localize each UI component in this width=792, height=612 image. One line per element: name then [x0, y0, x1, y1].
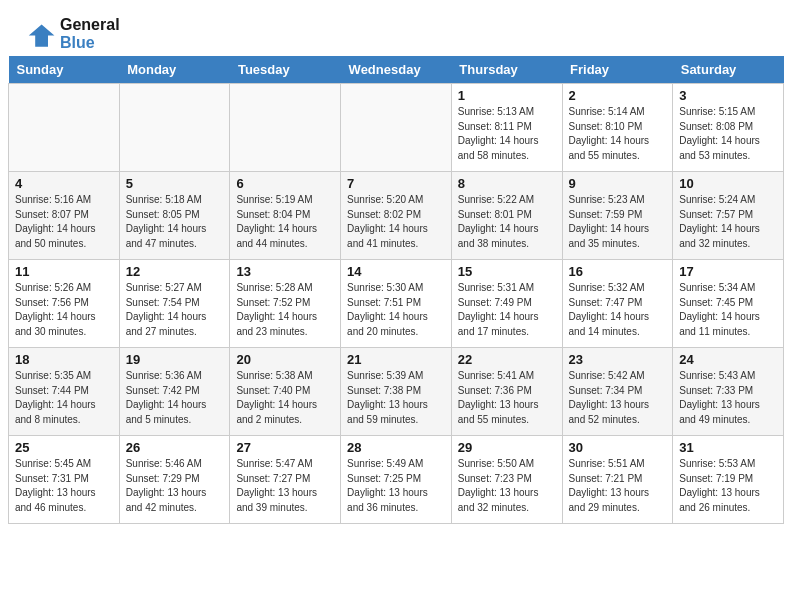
- day-cell: 15Sunrise: 5:31 AM Sunset: 7:49 PM Dayli…: [451, 260, 562, 348]
- day-cell: 5Sunrise: 5:18 AM Sunset: 8:05 PM Daylig…: [119, 172, 230, 260]
- day-info: Sunrise: 5:22 AM Sunset: 8:01 PM Dayligh…: [458, 193, 556, 251]
- day-info: Sunrise: 5:31 AM Sunset: 7:49 PM Dayligh…: [458, 281, 556, 339]
- day-info: Sunrise: 5:30 AM Sunset: 7:51 PM Dayligh…: [347, 281, 445, 339]
- day-number: 27: [236, 440, 334, 455]
- day-info: Sunrise: 5:18 AM Sunset: 8:05 PM Dayligh…: [126, 193, 224, 251]
- day-number: 16: [569, 264, 667, 279]
- day-cell: 7Sunrise: 5:20 AM Sunset: 8:02 PM Daylig…: [341, 172, 452, 260]
- header-day-friday: Friday: [562, 56, 673, 84]
- day-cell: 1Sunrise: 5:13 AM Sunset: 8:11 PM Daylig…: [451, 84, 562, 172]
- day-number: 6: [236, 176, 334, 191]
- day-info: Sunrise: 5:35 AM Sunset: 7:44 PM Dayligh…: [15, 369, 113, 427]
- day-info: Sunrise: 5:47 AM Sunset: 7:27 PM Dayligh…: [236, 457, 334, 515]
- day-info: Sunrise: 5:53 AM Sunset: 7:19 PM Dayligh…: [679, 457, 777, 515]
- week-row-3: 11Sunrise: 5:26 AM Sunset: 7:56 PM Dayli…: [9, 260, 784, 348]
- day-cell: 8Sunrise: 5:22 AM Sunset: 8:01 PM Daylig…: [451, 172, 562, 260]
- day-cell: 4Sunrise: 5:16 AM Sunset: 8:07 PM Daylig…: [9, 172, 120, 260]
- day-number: 5: [126, 176, 224, 191]
- day-cell: 24Sunrise: 5:43 AM Sunset: 7:33 PM Dayli…: [673, 348, 784, 436]
- day-number: 14: [347, 264, 445, 279]
- page-header: General Blue: [0, 0, 792, 56]
- week-row-5: 25Sunrise: 5:45 AM Sunset: 7:31 PM Dayli…: [9, 436, 784, 524]
- day-number: 22: [458, 352, 556, 367]
- day-cell: 18Sunrise: 5:35 AM Sunset: 7:44 PM Dayli…: [9, 348, 120, 436]
- logo-text: General Blue: [60, 16, 120, 52]
- day-cell: 6Sunrise: 5:19 AM Sunset: 8:04 PM Daylig…: [230, 172, 341, 260]
- day-number: 4: [15, 176, 113, 191]
- day-cell: 28Sunrise: 5:49 AM Sunset: 7:25 PM Dayli…: [341, 436, 452, 524]
- day-cell: 3Sunrise: 5:15 AM Sunset: 8:08 PM Daylig…: [673, 84, 784, 172]
- day-cell: 2Sunrise: 5:14 AM Sunset: 8:10 PM Daylig…: [562, 84, 673, 172]
- day-info: Sunrise: 5:46 AM Sunset: 7:29 PM Dayligh…: [126, 457, 224, 515]
- day-info: Sunrise: 5:14 AM Sunset: 8:10 PM Dayligh…: [569, 105, 667, 163]
- day-number: 18: [15, 352, 113, 367]
- day-number: 8: [458, 176, 556, 191]
- week-row-4: 18Sunrise: 5:35 AM Sunset: 7:44 PM Dayli…: [9, 348, 784, 436]
- day-cell: [119, 84, 230, 172]
- day-info: Sunrise: 5:27 AM Sunset: 7:54 PM Dayligh…: [126, 281, 224, 339]
- day-cell: 12Sunrise: 5:27 AM Sunset: 7:54 PM Dayli…: [119, 260, 230, 348]
- day-number: 23: [569, 352, 667, 367]
- day-info: Sunrise: 5:36 AM Sunset: 7:42 PM Dayligh…: [126, 369, 224, 427]
- day-number: 1: [458, 88, 556, 103]
- day-cell: 26Sunrise: 5:46 AM Sunset: 7:29 PM Dayli…: [119, 436, 230, 524]
- day-number: 19: [126, 352, 224, 367]
- day-info: Sunrise: 5:26 AM Sunset: 7:56 PM Dayligh…: [15, 281, 113, 339]
- day-info: Sunrise: 5:49 AM Sunset: 7:25 PM Dayligh…: [347, 457, 445, 515]
- day-number: 12: [126, 264, 224, 279]
- day-cell: 16Sunrise: 5:32 AM Sunset: 7:47 PM Dayli…: [562, 260, 673, 348]
- day-cell: 9Sunrise: 5:23 AM Sunset: 7:59 PM Daylig…: [562, 172, 673, 260]
- day-number: 21: [347, 352, 445, 367]
- day-cell: 19Sunrise: 5:36 AM Sunset: 7:42 PM Dayli…: [119, 348, 230, 436]
- day-info: Sunrise: 5:13 AM Sunset: 8:11 PM Dayligh…: [458, 105, 556, 163]
- logo-icon: [24, 18, 56, 50]
- day-cell: 25Sunrise: 5:45 AM Sunset: 7:31 PM Dayli…: [9, 436, 120, 524]
- day-cell: 17Sunrise: 5:34 AM Sunset: 7:45 PM Dayli…: [673, 260, 784, 348]
- day-info: Sunrise: 5:23 AM Sunset: 7:59 PM Dayligh…: [569, 193, 667, 251]
- day-number: 9: [569, 176, 667, 191]
- day-number: 10: [679, 176, 777, 191]
- day-number: 31: [679, 440, 777, 455]
- day-cell: [9, 84, 120, 172]
- day-info: Sunrise: 5:38 AM Sunset: 7:40 PM Dayligh…: [236, 369, 334, 427]
- day-cell: 23Sunrise: 5:42 AM Sunset: 7:34 PM Dayli…: [562, 348, 673, 436]
- day-info: Sunrise: 5:16 AM Sunset: 8:07 PM Dayligh…: [15, 193, 113, 251]
- day-cell: 31Sunrise: 5:53 AM Sunset: 7:19 PM Dayli…: [673, 436, 784, 524]
- day-info: Sunrise: 5:39 AM Sunset: 7:38 PM Dayligh…: [347, 369, 445, 427]
- day-info: Sunrise: 5:42 AM Sunset: 7:34 PM Dayligh…: [569, 369, 667, 427]
- day-number: 15: [458, 264, 556, 279]
- day-number: 7: [347, 176, 445, 191]
- header-row: SundayMondayTuesdayWednesdayThursdayFrid…: [9, 56, 784, 84]
- day-info: Sunrise: 5:50 AM Sunset: 7:23 PM Dayligh…: [458, 457, 556, 515]
- day-number: 28: [347, 440, 445, 455]
- day-info: Sunrise: 5:32 AM Sunset: 7:47 PM Dayligh…: [569, 281, 667, 339]
- day-info: Sunrise: 5:51 AM Sunset: 7:21 PM Dayligh…: [569, 457, 667, 515]
- day-cell: 29Sunrise: 5:50 AM Sunset: 7:23 PM Dayli…: [451, 436, 562, 524]
- header-day-saturday: Saturday: [673, 56, 784, 84]
- header-day-wednesday: Wednesday: [341, 56, 452, 84]
- day-info: Sunrise: 5:28 AM Sunset: 7:52 PM Dayligh…: [236, 281, 334, 339]
- day-cell: [341, 84, 452, 172]
- day-info: Sunrise: 5:34 AM Sunset: 7:45 PM Dayligh…: [679, 281, 777, 339]
- calendar-table: SundayMondayTuesdayWednesdayThursdayFrid…: [8, 56, 784, 524]
- day-number: 29: [458, 440, 556, 455]
- day-number: 25: [15, 440, 113, 455]
- day-cell: 21Sunrise: 5:39 AM Sunset: 7:38 PM Dayli…: [341, 348, 452, 436]
- day-info: Sunrise: 5:20 AM Sunset: 8:02 PM Dayligh…: [347, 193, 445, 251]
- header-day-thursday: Thursday: [451, 56, 562, 84]
- day-number: 17: [679, 264, 777, 279]
- day-number: 30: [569, 440, 667, 455]
- week-row-2: 4Sunrise: 5:16 AM Sunset: 8:07 PM Daylig…: [9, 172, 784, 260]
- day-number: 24: [679, 352, 777, 367]
- day-info: Sunrise: 5:19 AM Sunset: 8:04 PM Dayligh…: [236, 193, 334, 251]
- header-day-monday: Monday: [119, 56, 230, 84]
- day-cell: [230, 84, 341, 172]
- day-number: 26: [126, 440, 224, 455]
- day-info: Sunrise: 5:43 AM Sunset: 7:33 PM Dayligh…: [679, 369, 777, 427]
- header-day-tuesday: Tuesday: [230, 56, 341, 84]
- calendar: SundayMondayTuesdayWednesdayThursdayFrid…: [0, 56, 792, 532]
- day-cell: 30Sunrise: 5:51 AM Sunset: 7:21 PM Dayli…: [562, 436, 673, 524]
- header-day-sunday: Sunday: [9, 56, 120, 84]
- day-number: 3: [679, 88, 777, 103]
- day-cell: 13Sunrise: 5:28 AM Sunset: 7:52 PM Dayli…: [230, 260, 341, 348]
